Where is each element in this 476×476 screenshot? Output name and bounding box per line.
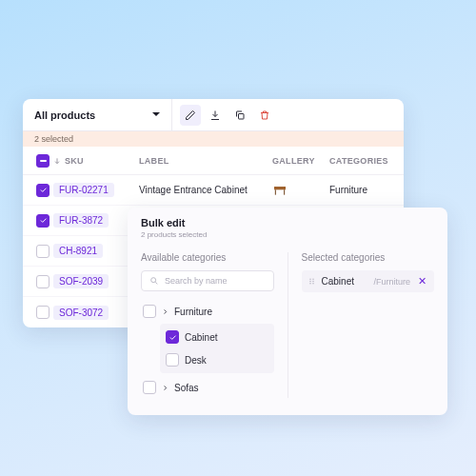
category-tree-item[interactable]: Sofas xyxy=(141,377,274,398)
svg-point-9 xyxy=(309,283,310,284)
sku-cell[interactable]: SOF-2039 xyxy=(53,274,109,288)
row-checkbox[interactable] xyxy=(32,214,53,228)
available-title: Available categories xyxy=(141,252,274,263)
svg-point-7 xyxy=(309,281,310,282)
svg-point-5 xyxy=(309,279,310,280)
chevron-right-icon xyxy=(162,308,169,315)
available-categories: Available categories Search by name Furn… xyxy=(141,252,274,398)
selected-categories: Selected categories Cabinet /Furniture ✕ xyxy=(302,252,435,398)
sku-cell[interactable]: CH-8921 xyxy=(53,244,103,258)
col-label[interactable]: LABEL xyxy=(139,156,272,166)
category-tree-item[interactable]: Furniture xyxy=(141,301,274,322)
row-checkbox[interactable] xyxy=(32,245,53,258)
download-button[interactable] xyxy=(205,105,226,126)
bulk-edit-panel: Bulk edit 2 products selected Available … xyxy=(128,208,447,415)
divider xyxy=(288,252,288,398)
svg-point-8 xyxy=(312,281,313,282)
col-categories[interactable]: CATEGORIES xyxy=(329,156,394,166)
svg-rect-0 xyxy=(239,113,245,119)
pencil-icon xyxy=(185,109,196,121)
furniture-thumbnail-icon xyxy=(272,185,288,196)
delete-button[interactable] xyxy=(254,105,275,126)
table-row[interactable]: FUR-02271 Vintage Entrance Cabinet Furni… xyxy=(23,175,404,206)
category-children: Cabinet Desk xyxy=(160,324,274,373)
chevron-right-icon xyxy=(162,385,169,391)
category-checkbox[interactable] xyxy=(166,353,179,367)
col-gallery[interactable]: GALLERY xyxy=(272,156,329,166)
svg-point-6 xyxy=(312,279,313,280)
table-header: SKU LABEL GALLERY CATEGORIES xyxy=(23,147,404,175)
filter-label: All products xyxy=(34,109,95,121)
selection-bar: 2 selected xyxy=(23,131,404,147)
category-tree-item[interactable]: Cabinet xyxy=(160,326,274,348)
sku-cell[interactable]: FUR-3872 xyxy=(53,213,109,228)
copy-icon xyxy=(234,109,246,121)
category-checkbox[interactable] xyxy=(143,381,156,394)
row-checkbox[interactable] xyxy=(32,184,53,197)
drag-handle-icon[interactable] xyxy=(307,277,316,286)
search-placeholder: Search by name xyxy=(165,276,228,286)
trash-icon xyxy=(259,109,270,121)
search-input[interactable]: Search by name xyxy=(141,270,274,291)
gallery-cell xyxy=(272,185,329,196)
bulk-header: Bulk edit 2 products selected xyxy=(128,208,447,247)
label-cell: Vintage Entrance Cabinet xyxy=(139,185,272,195)
remove-category-button[interactable]: ✕ xyxy=(416,275,428,288)
bulk-subtitle: 2 products selected xyxy=(141,230,434,239)
category-checkbox[interactable] xyxy=(143,305,156,318)
category-checkbox[interactable] xyxy=(166,330,179,344)
toolbar-actions xyxy=(172,105,283,126)
selected-title: Selected categories xyxy=(302,252,435,263)
sort-descending-icon xyxy=(53,157,61,165)
select-all-checkbox[interactable] xyxy=(32,154,53,168)
chevron-down-icon xyxy=(152,112,160,120)
svg-point-10 xyxy=(312,283,313,284)
row-checkbox[interactable] xyxy=(32,306,53,319)
sku-cell[interactable]: FUR-02271 xyxy=(53,183,114,197)
category-cell: Furniture xyxy=(329,185,394,195)
svg-rect-1 xyxy=(274,187,286,189)
row-checkbox[interactable] xyxy=(32,275,53,288)
toolbar: All products xyxy=(23,99,404,131)
edit-button[interactable] xyxy=(180,105,201,126)
sku-cell[interactable]: SOF-3072 xyxy=(53,306,109,320)
filter-dropdown[interactable]: All products xyxy=(23,99,172,130)
bulk-title: Bulk edit xyxy=(141,217,434,228)
col-sku[interactable]: SKU xyxy=(53,156,139,166)
search-icon xyxy=(149,276,159,286)
download-icon xyxy=(209,109,221,121)
copy-button[interactable] xyxy=(229,105,250,126)
category-tree-item[interactable]: Desk xyxy=(160,348,274,371)
selected-category-item[interactable]: Cabinet /Furniture ✕ xyxy=(302,270,435,292)
svg-point-4 xyxy=(151,278,156,283)
